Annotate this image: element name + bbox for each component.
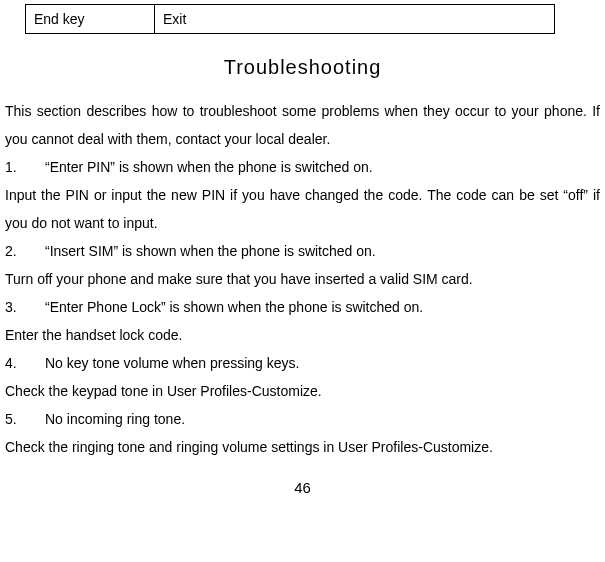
list-item: 3. “Enter Phone Lock” is shown when the … (5, 293, 600, 321)
page-number: 46 (5, 479, 600, 496)
list-item: 1. “Enter PIN” is shown when the phone i… (5, 153, 600, 181)
list-question: No key tone volume when pressing keys. (45, 349, 299, 377)
list-number: 1. (5, 153, 45, 181)
key-action-cell: Exit (155, 5, 555, 34)
list-answer: Turn off your phone and make sure that y… (5, 265, 600, 293)
list-answer: Check the ringing tone and ringing volum… (5, 433, 600, 461)
list-question: “Insert SIM” is shown when the phone is … (45, 237, 376, 265)
list-item: 2. “Insert SIM” is shown when the phone … (5, 237, 600, 265)
list-item: 4. No key tone volume when pressing keys… (5, 349, 600, 377)
list-answer: Check the keypad tone in User Profiles-C… (5, 377, 600, 405)
list-number: 2. (5, 237, 45, 265)
key-name-cell: End key (26, 5, 155, 34)
list-item: 5. No incoming ring tone. (5, 405, 600, 433)
list-number: 4. (5, 349, 45, 377)
list-question: “Enter Phone Lock” is shown when the pho… (45, 293, 423, 321)
page-title: Troubleshooting (5, 56, 600, 79)
intro-paragraph: This section describes how to troublesho… (5, 97, 600, 153)
list-answer: Enter the handset lock code. (5, 321, 600, 349)
list-answer: Input the PIN or input the new PIN if yo… (5, 181, 600, 237)
list-question: No incoming ring tone. (45, 405, 185, 433)
list-question: “Enter PIN” is shown when the phone is s… (45, 153, 373, 181)
table-row: End key Exit (26, 5, 555, 34)
list-number: 5. (5, 405, 45, 433)
key-table: End key Exit (25, 4, 555, 34)
list-number: 3. (5, 293, 45, 321)
